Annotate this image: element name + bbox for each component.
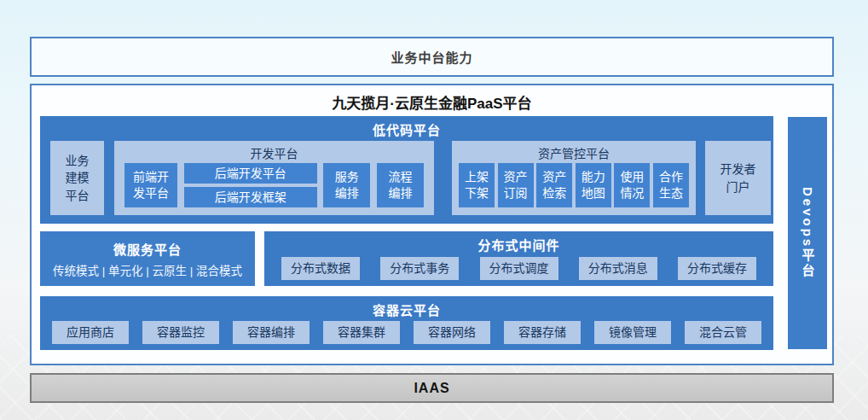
asset-item-onoff-shelf: 上架 下架	[459, 163, 495, 207]
container-item-monitoring: 容器监控	[142, 321, 219, 344]
middleware-title: 分布式中间件	[264, 231, 773, 254]
paas-platform-title: 九天揽月·云原生金融PaaS平台	[32, 91, 832, 113]
middleware-item-scheduling: 分布式调度	[480, 257, 558, 280]
container-item-image-mgmt: 镜像管理	[594, 321, 671, 344]
microservice-section: 微服务平台 传统模式 | 单元化 | 云原生 | 混合模式	[40, 231, 255, 286]
iaas-bar: IAAS	[30, 373, 834, 403]
middleware-section: 分布式中间件 分布式数据 分布式事务 分布式调度 分布式消息 分布式缓存	[264, 231, 773, 286]
asset-item-search: 资产 检索	[536, 163, 572, 207]
asset-control-title: 资产管控平台	[452, 141, 696, 161]
container-item-hybrid-cloud: 混合云管	[685, 321, 761, 344]
asset-item-capability-map: 能力 地图	[576, 163, 611, 207]
container-cloud-items: 应用商店 容器监控 容器编排 容器集群 容器网络 容器存储 镜像管理 混合云管	[40, 321, 773, 344]
middleware-item-data: 分布式数据	[281, 257, 360, 280]
devops-label: Devops平台	[799, 187, 817, 279]
container-cloud-section: 容器云平台 应用商店 容器监控 容器编排 容器集群 容器网络 容器存储 镜像管理…	[40, 296, 773, 350]
devops-bar: Devops平台	[788, 117, 827, 349]
container-item-app-store: 应用商店	[52, 321, 129, 344]
container-cloud-title: 容器云平台	[40, 296, 773, 318]
dev-platform-panel: 开发平台 前端开 发平台 后端开发平台 后端开发框架 服务 编排 流程 编排	[114, 141, 434, 215]
business-midplatform-box: 业务中台能力	[30, 37, 834, 77]
asset-item-usage: 使用 情况	[614, 163, 650, 207]
middleware-item-cache: 分布式缓存	[678, 257, 756, 280]
lowcode-section: 低代码平台 业务 建模 平台 开发平台 前端开 发平台 后端开发平台 后端开发框…	[40, 116, 773, 224]
dev-platform-items: 前端开 发平台 后端开发平台 后端开发框架 服务 编排 流程 编排	[114, 163, 434, 207]
process-orchestration-chip: 流程 编排	[377, 163, 424, 207]
middleware-item-transaction: 分布式事务	[380, 257, 459, 280]
middleware-item-message: 分布式消息	[579, 257, 657, 280]
microservice-title: 微服务平台	[113, 240, 182, 258]
diagram-canvas: 业务中台能力 九天揽月·云原生金融PaaS平台 低代码平台 业务 建模 平台 开…	[0, 0, 868, 420]
container-item-orchestration: 容器编排	[233, 321, 310, 344]
backend-dev-framework-chip: 后端开发框架	[184, 187, 317, 207]
middleware-items: 分布式数据 分布式事务 分布式调度 分布式消息 分布式缓存	[264, 257, 773, 280]
developer-portal-box: 开发者 门户	[705, 141, 771, 215]
frontend-dev-chip: 前端开 发平台	[124, 163, 177, 207]
lowcode-title: 低代码平台	[40, 116, 773, 138]
iaas-label: IAAS	[414, 381, 449, 396]
business-midplatform-label: 业务中台能力	[391, 48, 472, 66]
container-item-cluster: 容器集群	[323, 321, 400, 344]
asset-control-items: 上架 下架 资产 订阅 资产 检索 能力 地图 使用 情况 合作 生态	[452, 163, 696, 207]
dev-platform-title: 开发平台	[114, 141, 434, 161]
backend-dev-platform-chip: 后端开发平台	[184, 163, 317, 184]
backend-stack: 后端开发平台 后端开发框架	[184, 163, 317, 207]
container-item-network: 容器网络	[414, 321, 490, 344]
business-modeling-box: 业务 建模 平台	[50, 141, 104, 215]
asset-item-subscription: 资产 订阅	[498, 163, 534, 207]
asset-item-ecosystem: 合作 生态	[653, 163, 689, 207]
microservice-modes: 传统模式 | 单元化 | 云原生 | 混合模式	[53, 261, 242, 278]
asset-control-panel: 资产管控平台 上架 下架 资产 订阅 资产 检索 能力 地图 使用 情况 合作 …	[452, 141, 696, 215]
container-item-storage: 容器存储	[504, 321, 581, 344]
paas-platform-box: 九天揽月·云原生金融PaaS平台 低代码平台 业务 建模 平台 开发平台 前端开…	[30, 84, 834, 365]
service-orchestration-chip: 服务 编排	[323, 163, 370, 207]
